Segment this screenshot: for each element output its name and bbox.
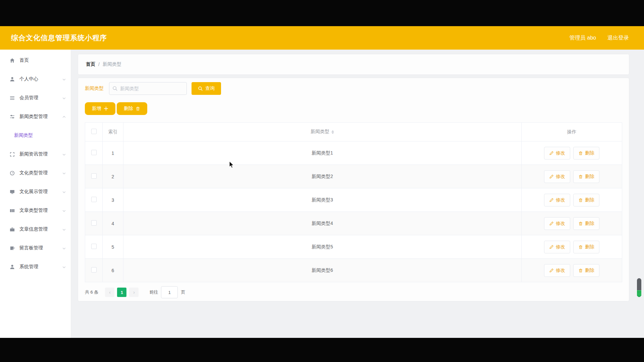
logout-link[interactable]: 退出登录 (607, 35, 629, 42)
column-header-type[interactable]: 新闻类型 (123, 123, 522, 141)
home-icon (9, 58, 15, 63)
delete-button[interactable]: 删除 (573, 170, 599, 183)
edit-button[interactable]: 修改 (544, 217, 570, 230)
chevron-down-icon (62, 265, 66, 269)
edit-button-label: 修改 (556, 221, 565, 227)
sidebar-item-新闻类型管理[interactable]: 新闻类型管理 (0, 107, 71, 126)
add-button-label: 新增 (92, 106, 101, 112)
row-checkbox[interactable] (91, 173, 97, 179)
edit-button-label: 修改 (556, 174, 565, 180)
sidebar-item-留言板管理[interactable]: 留言板管理 (0, 239, 71, 257)
sidebar-item-label: 系统管理 (19, 264, 38, 270)
select-all-checkbox[interactable] (91, 129, 97, 134)
monitor-icon (9, 189, 15, 195)
search-box (109, 82, 187, 95)
edit-button-label: 修改 (556, 267, 565, 274)
sidebar-item-个人中心[interactable]: 个人中心 (0, 70, 71, 88)
sidebar-item-label: 新闻资讯管理 (19, 151, 48, 157)
compass-icon (9, 170, 15, 176)
delete-button[interactable]: 删除 (573, 264, 599, 277)
column-header-actions: 操作 (522, 123, 622, 141)
cell-index: 2 (103, 165, 123, 188)
edit-button[interactable]: 修改 (544, 147, 570, 160)
header-actions: 管理员 abo 退出登录 (570, 35, 629, 42)
table-row: 3新闻类型3修改删除 (85, 188, 622, 212)
delete-button-label: 删除 (585, 267, 594, 274)
sidebar-item-label: 首页 (19, 57, 29, 63)
pencil-icon (549, 198, 554, 202)
delete-button[interactable]: 删除 (573, 241, 599, 253)
pencil-icon (549, 174, 554, 179)
table-row: 6新闻类型6修改删除 (85, 259, 622, 282)
trash-icon (578, 151, 583, 156)
chevron-down-icon (62, 171, 66, 175)
delete-button-label: 删除 (585, 244, 594, 250)
breadcrumb: 首页 / 新闻类型 (78, 54, 629, 74)
sidebar-item-文章信息管理[interactable]: 文章信息管理 (0, 220, 71, 239)
edit-button[interactable]: 修改 (544, 264, 570, 277)
scrollbar-thumb[interactable] (637, 278, 641, 297)
delete-button[interactable]: 删除 (573, 147, 599, 160)
pencil-icon (549, 268, 554, 273)
admin-icon (9, 264, 15, 270)
breadcrumb-home[interactable]: 首页 (86, 61, 95, 67)
row-checkbox[interactable] (91, 220, 97, 226)
row-actions: 修改删除 (544, 217, 599, 230)
sort-caret-icon[interactable] (331, 129, 334, 135)
cell-index: 6 (103, 259, 123, 282)
sidebar-item-新闻资讯管理[interactable]: 新闻资讯管理 (0, 145, 71, 164)
row-checkbox[interactable] (91, 244, 97, 249)
delete-button-label: 删除 (585, 221, 594, 227)
edit-button[interactable]: 修改 (544, 241, 570, 253)
table-header-row: 索引 新闻类型 操作 (85, 123, 622, 141)
sidebar-item-文章类型管理[interactable]: 文章类型管理 (0, 201, 71, 220)
cell-news-type: 新闻类型1 (123, 141, 522, 165)
edit-button[interactable]: 修改 (544, 194, 570, 206)
sliders-icon (9, 114, 15, 120)
sidebar-item-label: 文章类型管理 (19, 207, 48, 214)
chevron-down-icon (62, 152, 66, 156)
cell-news-type: 新闻类型5 (123, 235, 522, 259)
sidebar-subitem-新闻类型[interactable]: 新闻类型 (0, 126, 71, 145)
trash-icon (578, 268, 583, 273)
news-type-table: 索引 新闻类型 操作 1新闻类型1修改删除2新闻类型2修改删除3新闻类型3修改删… (85, 122, 622, 282)
delete-selected-button[interactable]: 删除 (117, 102, 147, 115)
delete-button-label: 删除 (585, 150, 594, 156)
pagination-total: 共 6 条 (85, 289, 98, 295)
prev-page-button[interactable]: ‹ (105, 288, 114, 297)
cell-index: 4 (103, 212, 123, 235)
sidebar-item-label: 文化类型管理 (19, 170, 48, 176)
row-checkbox[interactable] (91, 267, 97, 273)
sidebar-item-文化类型管理[interactable]: 文化类型管理 (0, 164, 71, 182)
add-button[interactable]: 新增 (85, 102, 115, 115)
cell-news-type: 新闻类型2 (123, 165, 522, 188)
edit-button[interactable]: 修改 (544, 170, 570, 183)
sidebar-item-系统管理[interactable]: 系统管理 (0, 257, 71, 276)
delete-button-label: 删除 (585, 174, 594, 180)
row-checkbox[interactable] (91, 197, 97, 202)
film-icon (9, 208, 15, 214)
query-button[interactable]: 查询 (192, 82, 221, 95)
pagination: 共 6 条 ‹ 1 › 前往 页 (85, 286, 622, 298)
pencil-icon (549, 221, 554, 226)
cell-news-type: 新闻类型6 (123, 259, 522, 282)
search-input[interactable] (109, 82, 187, 95)
goto-page-input[interactable] (161, 286, 178, 298)
app-title: 综合文化信息管理系统小程序 (11, 33, 107, 43)
table-row: 5新闻类型5修改删除 (85, 235, 622, 259)
table-row: 4新闻类型4修改删除 (85, 212, 622, 235)
briefcase-icon (9, 227, 15, 232)
header-username[interactable]: 管理员 abo (570, 35, 596, 42)
sidebar-item-文化展示管理[interactable]: 文化展示管理 (0, 182, 71, 201)
row-checkbox[interactable] (91, 150, 97, 155)
table-row: 2新闻类型2修改删除 (85, 165, 622, 188)
next-page-button[interactable]: › (129, 288, 139, 297)
delete-button[interactable]: 删除 (573, 194, 599, 206)
row-actions: 修改删除 (544, 147, 599, 160)
goto-page: 前往 页 (149, 286, 185, 298)
sidebar-item-会员管理[interactable]: 会员管理 (0, 88, 71, 107)
delete-button[interactable]: 删除 (573, 217, 599, 230)
page-1-button[interactable]: 1 (117, 288, 126, 297)
trash-icon (578, 245, 583, 249)
sidebar-item-首页[interactable]: 首页 (0, 51, 71, 70)
